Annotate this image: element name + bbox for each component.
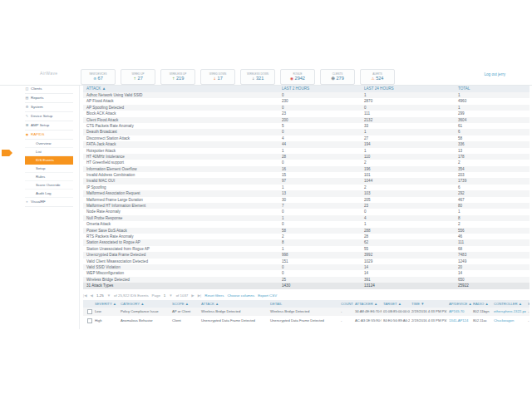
choose-columns-link[interactable]: Choose columns bbox=[227, 293, 254, 298]
attack-name: IP Spoofing bbox=[83, 185, 278, 190]
col-attack[interactable]: ATTACK ▲ bbox=[200, 300, 268, 308]
sidebar-item-rapids-rules[interactable]: Rules bbox=[25, 173, 73, 181]
sidebar-item-rapids-setup[interactable]: Setup bbox=[25, 165, 73, 173]
col-last-2-hours[interactable]: LAST 2 HOURS bbox=[278, 86, 361, 92]
total-value: 7483 bbox=[455, 252, 530, 258]
next-page-button[interactable]: ▶ bbox=[191, 293, 194, 298]
total-value: 467 bbox=[455, 197, 530, 203]
sidebar-item-rapids-audit-log[interactable]: Audit Log bbox=[25, 190, 73, 198]
reports-icon: ▤ bbox=[25, 94, 29, 102]
total-value: 13 bbox=[455, 148, 530, 154]
stat-wireless-up[interactable]: WIRELESS UP ↑219 bbox=[160, 69, 195, 85]
col-target[interactable]: TARGET ▲ bbox=[382, 300, 410, 308]
page-caret-icon[interactable]: ▼ bbox=[169, 293, 172, 298]
attack-name: Deauth Broadcast bbox=[83, 129, 278, 135]
device-status-bar: NEW DEVICES ⊕67 WIRED UP ↑27 WIRELESS UP… bbox=[81, 69, 395, 85]
sidebar-item-rapids-overview[interactable]: Overview bbox=[25, 140, 73, 148]
col-ap-device[interactable]: AP/DEVICE ▲ bbox=[447, 300, 471, 308]
last-2-hours-value: 0 bbox=[278, 221, 361, 227]
export-csv-link[interactable]: Export CSV bbox=[258, 293, 277, 298]
col-category[interactable]: CATEGORY ▲ bbox=[119, 300, 170, 308]
table-row: Client Flood Attack 200 2132 3604 bbox=[83, 117, 530, 123]
range-caret-icon[interactable]: ▼ bbox=[107, 293, 111, 298]
sidebar-item-rapids-ids-events[interactable]: IDS Events bbox=[25, 156, 73, 165]
controller-link[interactable]: Chuckwagon bbox=[492, 317, 526, 325]
last-24-hours-value: 1029 bbox=[361, 259, 455, 264]
col-count[interactable]: COUNT bbox=[339, 300, 353, 308]
page-count-label: of 1037 bbox=[176, 293, 189, 298]
last-24-hours-value: 23 bbox=[361, 203, 455, 209]
ssid-cell: - bbox=[526, 317, 530, 325]
stat-wired-down[interactable]: WIRED DOWN ↓17 bbox=[200, 69, 235, 85]
sidebar-item-reports[interactable]: ▤ Reports bbox=[25, 94, 73, 103]
col-attacker[interactable]: ATTACKER ▲ bbox=[353, 300, 382, 308]
wireless-down-icon: ↓ bbox=[252, 76, 255, 81]
controller-link[interactable]: ethersphere-1322-porthello bbox=[492, 308, 526, 316]
stat-wired-up[interactable]: WIRED UP ↑27 bbox=[121, 69, 155, 85]
range-select[interactable]: 1-25 bbox=[96, 293, 104, 298]
col-attack[interactable]: ATTACK ▲ bbox=[83, 86, 278, 92]
total-value: 292 bbox=[455, 190, 530, 196]
total-value: 1 bbox=[455, 209, 530, 214]
sidebar-item-device-setup[interactable]: ✎ Device Setup bbox=[25, 112, 73, 121]
first-page-button[interactable]: |◀ bbox=[83, 293, 87, 298]
page-select[interactable]: 1 bbox=[164, 293, 165, 298]
events-table-header: SEVERITY ▲ CATEGORY ▲ SCOPE ▲ ATTACK ▲ D… bbox=[83, 300, 530, 308]
stat-clients[interactable]: CLIENTS ☻279 bbox=[320, 69, 355, 85]
table-row: IP Spoofing 1 2 6 bbox=[83, 185, 530, 190]
last-page-button[interactable]: ▶| bbox=[198, 293, 202, 298]
prev-page-button[interactable]: ◀ bbox=[91, 293, 93, 298]
scope-cell: AP or Client bbox=[170, 308, 200, 316]
table-row: Unencrypted Data Frame Detected 998 3992… bbox=[83, 252, 530, 258]
col-detail[interactable]: DETAIL bbox=[268, 300, 339, 308]
last-2-hours-value: 0 bbox=[278, 209, 361, 214]
severity-cell: High bbox=[93, 317, 119, 325]
col-last-24-hours[interactable]: LAST 24 HOURS bbox=[361, 86, 455, 92]
logout-link[interactable]: Log out jerry bbox=[484, 72, 505, 76]
stat-alerts[interactable]: ALERTS ⚠524 bbox=[360, 69, 395, 85]
col-radio[interactable]: RADIO ▲ bbox=[471, 300, 492, 308]
col-controller[interactable]: CONTROLLER ▲ bbox=[492, 300, 526, 308]
reset-filters-link[interactable]: Reset filters bbox=[204, 293, 224, 298]
total-value: 2 bbox=[455, 160, 530, 165]
last-24-hours-value: 2 bbox=[361, 185, 455, 190]
sidebar-item-amp-setup[interactable]: ☰ AMP Setup bbox=[25, 121, 73, 131]
sidebar-item-clients[interactable]: ◫ Clients bbox=[25, 85, 73, 94]
ssid-cell: - bbox=[526, 308, 530, 316]
attack-name: Invalid MAC OUI bbox=[83, 178, 278, 184]
sidebar-item-visualrf[interactable]: ⌖ VisualRF bbox=[25, 198, 73, 207]
alerts-icon: ⚠ bbox=[372, 76, 375, 81]
sidebar-divider bbox=[79, 86, 80, 329]
last-24-hours-value: 1 bbox=[361, 129, 455, 135]
last-2-hours-value: 200 bbox=[278, 117, 361, 123]
table-row: Disconnect Station Attack 4 27 58 bbox=[83, 135, 530, 141]
stat-rogue[interactable]: ROGUE ◉2942 bbox=[280, 69, 315, 85]
pagination-bar: |◀ ◀ 1-25 ▼ of 25,922 IDS Events Page 1 … bbox=[83, 292, 530, 298]
sidebar-item-rapids[interactable]: ◉ RAPIDS bbox=[25, 131, 73, 140]
col-ssid[interactable]: SSID ▲ bbox=[526, 300, 530, 308]
sidebar-item-system[interactable]: ⚙ System bbox=[25, 103, 73, 112]
sidebar-item-rapids-list[interactable]: List bbox=[25, 148, 73, 156]
category-cell: Policy Compliance Issue bbox=[119, 308, 170, 316]
last-2-hours-value: 44 bbox=[278, 141, 361, 147]
attack-name: Adhoc Network Using Valid SSID bbox=[83, 92, 278, 98]
detail-cell: Wireless Bridge Detected bbox=[268, 308, 339, 316]
col-scope[interactable]: SCOPE ▲ bbox=[170, 300, 200, 308]
ap-device-link[interactable]: AP165.70 bbox=[447, 308, 471, 316]
col-time[interactable]: TIME ▼ bbox=[410, 300, 447, 308]
col-severity[interactable]: SEVERITY ▲ bbox=[93, 300, 119, 308]
row-checkbox[interactable] bbox=[87, 318, 92, 323]
attack-name: Invalid Address Combination bbox=[83, 172, 278, 178]
attack-name: Hotspotter Attack bbox=[83, 148, 278, 154]
table-row: Valid Client Misassociation Detected 151… bbox=[83, 259, 530, 264]
col-total[interactable]: TOTAL bbox=[455, 86, 530, 92]
radio-cell: 802.11bgn bbox=[471, 308, 492, 316]
stat-new-devices[interactable]: NEW DEVICES ⊕67 bbox=[81, 69, 116, 85]
sidebar-item-rapids-score-override[interactable]: Score Override bbox=[25, 181, 73, 190]
last-2-hours-value: 2 bbox=[278, 234, 361, 239]
attack-name: Malformed HT Information Element bbox=[83, 203, 278, 209]
stat-wireless-down[interactable]: WIRELESS DOWN ↓321 bbox=[240, 69, 275, 85]
row-checkbox[interactable] bbox=[87, 309, 92, 314]
select-all-cell bbox=[83, 300, 93, 308]
ap-device-link[interactable]: 1341-AP124 bbox=[447, 317, 471, 325]
